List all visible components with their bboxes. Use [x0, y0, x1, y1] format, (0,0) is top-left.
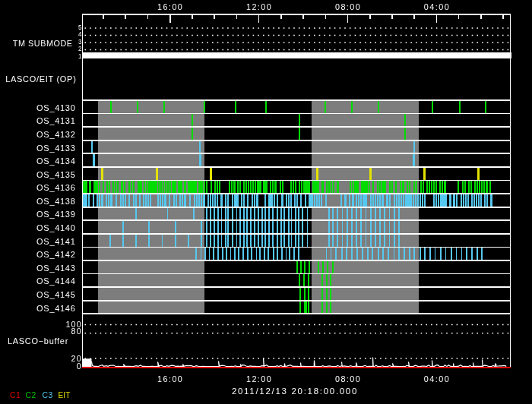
- svg-text:TM SUBMODE: TM SUBMODE: [13, 39, 73, 48]
- svg-text:OS_4142: OS_4142: [36, 250, 75, 259]
- svg-text:C2: C2: [26, 391, 36, 399]
- svg-text:12:00: 12:00: [246, 2, 272, 11]
- svg-text:C1: C1: [10, 391, 21, 399]
- svg-text:EIT: EIT: [59, 391, 71, 399]
- svg-text:OS_4133: OS_4133: [36, 144, 75, 153]
- svg-text:OS_4144: OS_4144: [36, 276, 75, 286]
- svg-text:08:00: 08:00: [335, 2, 361, 11]
- svg-text:OS_4134: OS_4134: [36, 156, 75, 166]
- svg-text:16:00: 16:00: [157, 2, 183, 11]
- svg-text:OS_4146: OS_4146: [36, 304, 75, 313]
- svg-text:OS_4141: OS_4141: [36, 237, 75, 246]
- svg-text:16:00: 16:00: [157, 374, 183, 383]
- svg-text:OS_4132: OS_4132: [36, 130, 75, 139]
- svg-text:LASCO/EIT (OP): LASCO/EIT (OP): [5, 74, 76, 84]
- svg-text:80: 80: [71, 327, 82, 336]
- svg-text:OS_4130: OS_4130: [36, 103, 75, 112]
- svg-text:C3: C3: [43, 391, 53, 399]
- svg-text:3: 3: [78, 39, 82, 46]
- svg-text:OS_4136: OS_4136: [36, 183, 75, 192]
- svg-text:OS_4138: OS_4138: [36, 197, 75, 206]
- svg-text:5: 5: [78, 24, 82, 31]
- svg-text:OS_4145: OS_4145: [36, 290, 75, 299]
- svg-text:OS_4140: OS_4140: [36, 223, 75, 232]
- svg-text:04:00: 04:00: [424, 2, 450, 11]
- svg-text:04:00: 04:00: [424, 374, 450, 383]
- svg-text:0: 0: [77, 361, 82, 371]
- svg-text:OS_4139: OS_4139: [36, 210, 75, 219]
- svg-text:2: 2: [78, 46, 82, 52]
- svg-text:08:00: 08:00: [335, 374, 361, 383]
- svg-text:12:00: 12:00: [246, 374, 272, 383]
- svg-text:OS_4131: OS_4131: [36, 116, 75, 125]
- svg-text:LASCO−buffer: LASCO−buffer: [8, 336, 68, 346]
- svg-text:4: 4: [78, 31, 82, 38]
- svg-text:OS_4143: OS_4143: [36, 264, 75, 273]
- svg-text:OS_4135: OS_4135: [36, 170, 75, 179]
- svg-text:2011/12/13 20:18:00.000: 2011/12/13 20:18:00.000: [232, 387, 358, 396]
- svg-text:1: 1: [78, 53, 82, 60]
